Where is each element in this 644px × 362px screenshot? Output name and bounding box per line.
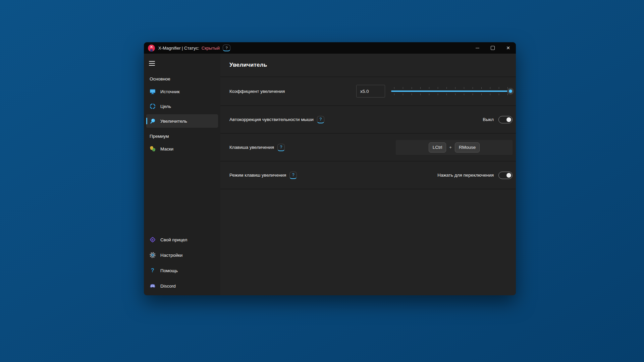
status-badge: Скрытый [202, 46, 220, 51]
sidebar-item-magnifier[interactable]: Увеличитель [146, 114, 218, 128]
slider-ticks-bottom [394, 94, 508, 95]
app-window: ✕ X-Magnifier | Статус: Скрытый ? ✕ Осно… [144, 42, 516, 295]
row-autocorrect: Автокоррекция чувствительности мыши ? Вы… [220, 105, 516, 133]
masks-icon [149, 145, 156, 152]
page-header: Увеличитель [220, 54, 516, 76]
question-mark-icon: ? [149, 267, 156, 274]
sidebar-item-target[interactable]: Цель [146, 100, 218, 113]
sidebar-item-label: Маски [160, 146, 173, 152]
key-chip-rmouse: RMouse [455, 142, 480, 153]
app-logo-icon: ✕ [148, 45, 155, 52]
toggle-knob [506, 117, 511, 122]
monitor-icon [149, 88, 156, 95]
sidebar-item-label: Discord [160, 284, 176, 289]
sidebar-item-label: Свой прицел [160, 237, 187, 242]
slider-thumb[interactable] [507, 88, 514, 95]
keybind-capture-field[interactable]: LCtrl + RMouse [396, 140, 513, 155]
key-mode-toggle[interactable] [498, 172, 513, 179]
custom-crosshair-icon [149, 236, 156, 243]
gear-icon [149, 252, 156, 258]
minimize-icon [476, 48, 479, 48]
sidebar-item-discord[interactable]: Discord [146, 279, 218, 293]
zoom-factor-input[interactable]: x5.0 [356, 85, 385, 98]
key-mode-help-icon[interactable]: ? [289, 172, 297, 179]
key-mode-label: Режим клавиш увеличения [229, 173, 286, 178]
autocorrect-help-icon[interactable]: ? [317, 116, 324, 123]
sidebar-item-help[interactable]: ? Помощь [146, 263, 218, 278]
window-title: X-Magnifier | Статус: [158, 46, 199, 51]
sidebar-item-label: Настройки [160, 253, 182, 258]
sidebar-section-main: Основное [150, 76, 220, 81]
autocorrect-label: Автокоррекция чувствительности мыши [229, 117, 314, 122]
row-zoom-factor: Коэффициент увеличения x5.0 [220, 76, 516, 105]
window-controls: ✕ [470, 42, 516, 54]
sidebar-section-premium: Премиум [150, 134, 220, 139]
sidebar-item-label: Увеличитель [160, 119, 187, 124]
autocorrect-toggle[interactable] [498, 116, 513, 123]
selected-accent-bar [146, 118, 147, 124]
page-title: Увеличитель [229, 62, 267, 68]
sidebar: Основное Источник [144, 54, 220, 295]
sidebar-item-label: Цель [160, 104, 171, 109]
key-separator: + [449, 145, 452, 150]
title-bar: ✕ X-Magnifier | Статус: Скрытый ? ✕ [144, 42, 516, 54]
autocorrect-state-label: Выкл [483, 117, 494, 122]
hamburger-icon [149, 61, 155, 62]
zoom-factor-slider[interactable] [391, 84, 513, 98]
sidebar-item-custom-crosshair[interactable]: Свой прицел [146, 232, 218, 247]
minimize-button[interactable] [470, 42, 485, 54]
content-empty-area [220, 189, 516, 295]
maximize-icon [491, 46, 495, 50]
menu-toggle-button[interactable] [149, 61, 155, 66]
close-button[interactable]: ✕ [500, 42, 516, 54]
sidebar-bottom-group: Свой прицел Настройки ? По [144, 232, 220, 294]
sidebar-item-settings[interactable]: Настройки [146, 248, 218, 262]
toggle-knob [506, 173, 511, 178]
sidebar-item-source[interactable]: Источник [146, 85, 218, 98]
sidebar-item-label: Помощь [160, 268, 178, 273]
sidebar-item-label: Источник [160, 89, 180, 94]
target-icon [149, 103, 156, 110]
sidebar-item-masks[interactable]: Маски [146, 142, 218, 156]
main-content: Увеличитель Коэффициент увеличения x5.0 … [220, 54, 516, 295]
row-key-mode: Режим клавиш увеличения ? Нажать для пер… [220, 161, 516, 189]
discord-icon [149, 283, 156, 289]
zoom-factor-label: Коэффициент увеличения [229, 89, 285, 94]
maximize-button[interactable] [485, 42, 500, 54]
close-icon: ✕ [506, 46, 510, 50]
zoom-key-label: Клавиша увеличения [229, 145, 274, 150]
key-mode-state-label: Нажать для переключения [437, 173, 494, 178]
magnifier-icon [149, 118, 156, 124]
key-chip-lctrl: LCtrl [429, 142, 446, 153]
slider-ticks-top [394, 87, 508, 89]
zoom-key-help-icon[interactable]: ? [277, 144, 285, 151]
row-zoom-key: Клавиша увеличения ? LCtrl + RMouse [220, 133, 516, 161]
slider-track[interactable] [391, 90, 511, 92]
status-help-icon[interactable]: ? [223, 45, 230, 51]
